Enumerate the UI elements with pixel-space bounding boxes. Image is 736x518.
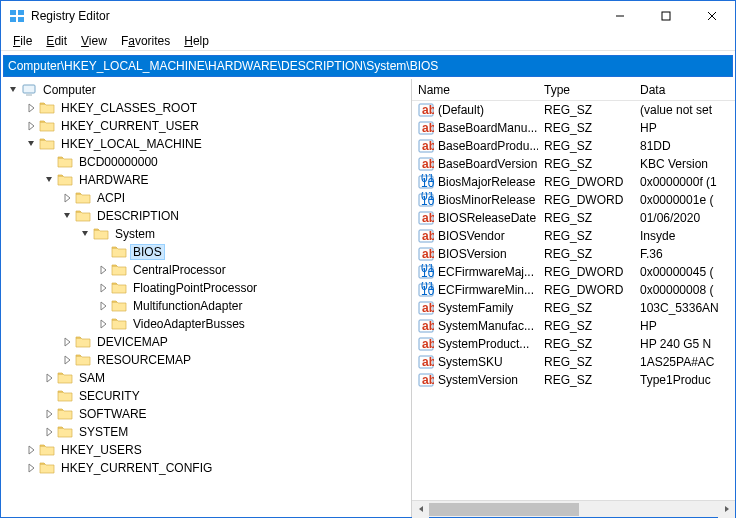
values-body[interactable]: ab(Default)REG_SZ(value not setabBaseBoa… — [412, 101, 735, 500]
scroll-thumb[interactable] — [429, 503, 579, 516]
expander-closed-icon[interactable] — [23, 118, 39, 134]
svg-text:ab: ab — [422, 211, 434, 225]
svg-text:1001: 1001 — [421, 194, 434, 208]
tree-item[interactable]: CentralProcessor — [1, 261, 411, 279]
tree-item[interactable]: SAM — [1, 369, 411, 387]
menu-edit[interactable]: Edit — [40, 32, 73, 50]
value-data: 01/06/2020 — [634, 211, 735, 225]
tree-item[interactable]: HKEY_LOCAL_MACHINE — [1, 135, 411, 153]
menu-view[interactable]: View — [75, 32, 113, 50]
expander-open-icon[interactable] — [23, 136, 39, 152]
tree-item[interactable]: SYSTEM — [1, 423, 411, 441]
value-row[interactable]: 01101001BiosMinorReleaseREG_DWORD0x00000… — [412, 191, 735, 209]
svg-marker-13 — [28, 141, 34, 146]
scroll-left-button[interactable] — [412, 501, 429, 518]
expander-closed-icon[interactable] — [23, 442, 39, 458]
tree-item[interactable]: DEVICEMAP — [1, 333, 411, 351]
svg-text:ab: ab — [422, 301, 434, 315]
scroll-track[interactable] — [429, 501, 718, 518]
folder-icon — [111, 244, 127, 260]
tree-item[interactable]: HARDWARE — [1, 171, 411, 189]
expander-closed-icon[interactable] — [59, 352, 75, 368]
expander-closed-icon[interactable] — [95, 280, 111, 296]
expander-closed-icon[interactable] — [41, 424, 57, 440]
tree-item[interactable]: VideoAdapterBusses — [1, 315, 411, 333]
string-value-icon: ab — [418, 210, 434, 226]
string-value-icon: ab — [418, 102, 434, 118]
column-data-header[interactable]: Data — [634, 83, 735, 97]
expander-closed-icon[interactable] — [95, 262, 111, 278]
expander-closed-icon[interactable] — [59, 334, 75, 350]
tree-item[interactable]: SOFTWARE — [1, 405, 411, 423]
value-type: REG_DWORD — [538, 283, 634, 297]
value-row[interactable]: 01101001ECFirmwareMin...REG_DWORD0x00000… — [412, 281, 735, 299]
tree-item[interactable]: BCD00000000 — [1, 153, 411, 171]
tree-item[interactable]: RESOURCEMAP — [1, 351, 411, 369]
value-row[interactable]: abBaseBoardManu...REG_SZHP — [412, 119, 735, 137]
value-name: ECFirmwareMaj... — [438, 265, 534, 279]
tree-item[interactable]: MultifunctionAdapter — [1, 297, 411, 315]
value-row[interactable]: abBaseBoardVersionREG_SZKBC Version — [412, 155, 735, 173]
expander-closed-icon[interactable] — [95, 298, 111, 314]
expander-open-icon[interactable] — [59, 208, 75, 224]
menu-file[interactable]: File — [7, 32, 38, 50]
tree-item-label: DESCRIPTION — [94, 208, 182, 224]
menu-help[interactable]: Help — [178, 32, 215, 50]
value-row[interactable]: abSystemFamilyREG_SZ103C_5336AN — [412, 299, 735, 317]
value-row[interactable]: abSystemVersionREG_SZType1Produc — [412, 371, 735, 389]
value-row[interactable]: abBIOSVersionREG_SZF.36 — [412, 245, 735, 263]
expander-closed-icon[interactable] — [41, 370, 57, 386]
menu-favorites[interactable]: Favorites — [115, 32, 176, 50]
svg-rect-9 — [23, 85, 35, 93]
value-row[interactable]: 01101001BiosMajorReleaseREG_DWORD0x00000… — [412, 173, 735, 191]
tree-panel[interactable]: ComputerHKEY_CLASSES_ROOTHKEY_CURRENT_US… — [1, 79, 412, 517]
tree-item[interactable]: HKEY_USERS — [1, 441, 411, 459]
tree-item[interactable]: FloatingPointProcessor — [1, 279, 411, 297]
close-button[interactable] — [689, 1, 735, 31]
value-data: 0x00000045 ( — [634, 265, 735, 279]
expander-closed-icon[interactable] — [23, 460, 39, 476]
values-panel: Name Type Data ab(Default)REG_SZ(value n… — [412, 79, 735, 517]
value-type: REG_SZ — [538, 211, 634, 225]
tree-item-label: ACPI — [94, 190, 128, 206]
value-row[interactable]: abBIOSVendorREG_SZInsyde — [412, 227, 735, 245]
value-name: SystemVersion — [438, 373, 518, 387]
value-row[interactable]: abSystemProduct...REG_SZHP 240 G5 N — [412, 335, 735, 353]
tree-item[interactable]: DESCRIPTION — [1, 207, 411, 225]
tree-item-label: HKEY_LOCAL_MACHINE — [58, 136, 205, 152]
value-row[interactable]: 01101001ECFirmwareMaj...REG_DWORD0x00000… — [412, 263, 735, 281]
folder-icon — [57, 154, 73, 170]
tree-item[interactable]: SECURITY — [1, 387, 411, 405]
tree-item[interactable]: System — [1, 225, 411, 243]
horizontal-scrollbar[interactable] — [412, 500, 735, 517]
value-row[interactable]: ab(Default)REG_SZ(value not set — [412, 101, 735, 119]
maximize-button[interactable] — [643, 1, 689, 31]
tree-item-label: DEVICEMAP — [94, 334, 171, 350]
tree-item[interactable]: HKEY_CURRENT_USER — [1, 117, 411, 135]
expander-closed-icon[interactable] — [59, 190, 75, 206]
tree-item[interactable]: Computer — [1, 81, 411, 99]
value-row[interactable]: abSystemSKUREG_SZ1AS25PA#AC — [412, 353, 735, 371]
column-name-header[interactable]: Name — [412, 83, 538, 97]
value-name: SystemSKU — [438, 355, 503, 369]
expander-open-icon[interactable] — [77, 226, 93, 242]
tree-item[interactable]: ACPI — [1, 189, 411, 207]
tree-item[interactable]: HKEY_CLASSES_ROOT — [1, 99, 411, 117]
expander-closed-icon[interactable] — [95, 316, 111, 332]
folder-icon — [57, 370, 73, 386]
expander-closed-icon[interactable] — [23, 100, 39, 116]
address-bar[interactable]: Computer\HKEY_LOCAL_MACHINE\HARDWARE\DES… — [3, 55, 733, 77]
scroll-right-button[interactable] — [718, 501, 735, 518]
tree-item[interactable]: BIOS — [1, 243, 411, 261]
svg-rect-0 — [10, 10, 16, 15]
value-row[interactable]: abBaseBoardProdu...REG_SZ81DD — [412, 137, 735, 155]
column-type-header[interactable]: Type — [538, 83, 634, 97]
expander-closed-icon[interactable] — [41, 406, 57, 422]
tree-item[interactable]: HKEY_CURRENT_CONFIG — [1, 459, 411, 477]
value-row[interactable]: abSystemManufac...REG_SZHP — [412, 317, 735, 335]
value-row[interactable]: abBIOSReleaseDateREG_SZ01/06/2020 — [412, 209, 735, 227]
expander-open-icon[interactable] — [41, 172, 57, 188]
expander-open-icon[interactable] — [5, 82, 21, 98]
string-value-icon: ab — [418, 138, 434, 154]
minimize-button[interactable] — [597, 1, 643, 31]
